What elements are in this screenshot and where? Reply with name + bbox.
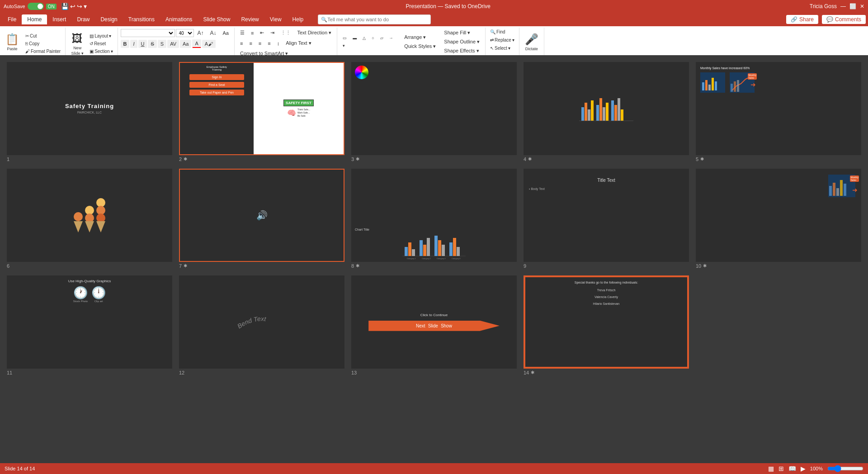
shape-more[interactable]: ▾ <box>340 42 348 49</box>
reading-view-btn[interactable]: 📖 <box>788 465 796 472</box>
slide-thumb-4[interactable] <box>524 62 689 155</box>
align-left-btn[interactable]: ≡ <box>237 39 245 47</box>
slide-item-3[interactable]: 3 ✱ <box>351 62 517 162</box>
shape-effects-btn[interactable]: Shape Effects ▾ <box>441 47 482 55</box>
reset-button[interactable]: ↺ Reset <box>88 40 114 47</box>
cut-button[interactable]: ✂ Cut <box>24 33 62 39</box>
slideshow-btn[interactable]: ▶ <box>801 465 806 472</box>
section-button[interactable]: ▣ Section ▾ <box>88 48 114 55</box>
shape-rect[interactable]: ▭ <box>340 34 349 42</box>
tab-slideshow[interactable]: Slide Show <box>198 14 236 24</box>
slide-item-4[interactable]: 4 ✱ <box>524 62 689 162</box>
new-slide-button[interactable]: 🖼 New Slide ▾ <box>68 30 86 57</box>
align-text-button[interactable]: Align Text ▾ <box>283 39 314 47</box>
slide-item-14[interactable]: Special thanks go to the following indiv… <box>524 275 689 375</box>
redo-icon[interactable]: ↪ <box>77 3 82 10</box>
tab-insert[interactable]: Insert <box>47 14 71 24</box>
font-color-button[interactable]: A <box>192 39 201 48</box>
slide-item-11[interactable]: Use High-Quality Graphics 🕐 Stock Photo … <box>7 275 172 375</box>
slide-thumb-3[interactable] <box>351 62 517 155</box>
slide-item-6[interactable]: 6 <box>7 169 172 269</box>
paste-button[interactable]: 📋 Paste <box>3 28 22 56</box>
minimize-btn[interactable]: — <box>840 3 846 9</box>
undo-icon[interactable]: ↩ <box>70 3 75 10</box>
tab-view[interactable]: View <box>264 14 287 24</box>
justify-btn[interactable]: ≡ <box>265 39 273 47</box>
font-name-select[interactable] <box>121 29 175 37</box>
slide-thumb-9[interactable]: Title Text • Body Text <box>524 169 689 262</box>
slide-thumb-14[interactable]: Special thanks go to the following indiv… <box>524 275 689 369</box>
strikethrough-button[interactable]: S <box>148 40 156 48</box>
dictate-button[interactable]: 🎤 Dictate <box>522 28 541 56</box>
tab-transitions[interactable]: Transitions <box>123 14 160 24</box>
share-button[interactable]: 🔗 Share <box>786 15 818 24</box>
decrease-font-btn[interactable]: A↓ <box>208 28 219 38</box>
shape-para[interactable]: ▱ <box>377 34 386 42</box>
slide-item-2[interactable]: Employee SafetyTraining Sign In Find a S… <box>179 62 344 162</box>
copy-button[interactable]: ⎘ Copy <box>24 40 62 47</box>
slide-item-8[interactable]: Chart Title <box>351 169 517 269</box>
italic-button[interactable]: I <box>130 40 137 48</box>
tab-file[interactable]: File <box>2 14 22 24</box>
shape-tri[interactable]: △ <box>360 34 368 42</box>
align-center-btn[interactable]: ≡ <box>246 39 255 47</box>
slide-thumb-8[interactable]: Chart Title <box>351 169 517 262</box>
columns-button[interactable]: ⋮⋮ <box>278 28 293 37</box>
decrease-indent-btn[interactable]: ⇤ <box>257 28 267 37</box>
slide-thumb-13[interactable]: Click to Continue Next Slide Show <box>351 275 517 369</box>
slide-sorter-btn[interactable]: ⊞ <box>778 465 784 472</box>
search-input[interactable] <box>327 17 418 22</box>
slide-item-7[interactable]: 🔊 7 ✱ <box>179 169 344 269</box>
autosave-toggle[interactable] <box>28 3 44 10</box>
font-size-btn2[interactable]: Aa <box>180 40 191 48</box>
next-slide-arrow[interactable]: Next Slide Show <box>368 321 500 331</box>
shape-outline-btn[interactable]: Shape Outline ▾ <box>441 38 482 46</box>
restore-btn[interactable]: ⬜ <box>849 3 856 9</box>
tab-draw[interactable]: Draw <box>71 14 95 24</box>
replace-button[interactable]: ⇄ Replace ▾ <box>488 37 516 43</box>
text-direction-button[interactable]: Text Direction ▾ <box>294 28 334 37</box>
font-size-select[interactable]: 40 <box>176 29 194 37</box>
highlight-button[interactable]: A🖌 <box>202 40 216 48</box>
slide-item-1[interactable]: Safety Training FAIRCHICK, LLC 1 <box>7 62 172 162</box>
bullets-button[interactable]: ☰ <box>237 28 247 37</box>
shape-rect2[interactable]: ▬ <box>350 34 359 42</box>
slide-item-13[interactable]: Click to Continue Next Slide Show 13 <box>351 275 517 375</box>
line-spacing-btn[interactable]: ↕ <box>274 39 283 47</box>
shape-fill-btn[interactable]: Shape Fill ▾ <box>441 28 482 37</box>
slide-thumb-2[interactable]: Employee SafetyTraining Sign In Find a S… <box>179 62 344 155</box>
find-button[interactable]: 🔍 Find <box>488 28 516 35</box>
tab-design[interactable]: Design <box>95 14 123 24</box>
slide-thumb-5[interactable]: Monthly Sales have increased 60% <box>696 62 861 155</box>
underline-button[interactable]: U <box>138 40 147 48</box>
slide-item-12[interactable]: Bend Text 12 <box>179 275 344 375</box>
slide-thumb-10[interactable]: MonthlySales ➜ <box>696 169 861 262</box>
char-spacing-button[interactable]: AV <box>167 40 179 48</box>
arrange-button[interactable]: Arrange ▾ <box>401 33 439 42</box>
shadow-button[interactable]: S <box>158 40 166 48</box>
close-btn[interactable]: ✕ <box>860 3 864 9</box>
tab-review[interactable]: Review <box>236 14 264 24</box>
slide-thumb-12[interactable]: Bend Text <box>179 275 344 369</box>
increase-font-btn[interactable]: A↑ <box>195 28 207 38</box>
slide-item-5[interactable]: Monthly Sales have increased 60% <box>696 62 861 162</box>
numbering-button[interactable]: ≡ <box>248 29 256 37</box>
slide-thumb-7[interactable]: 🔊 <box>179 169 344 262</box>
save-icon[interactable]: 💾 <box>61 3 69 10</box>
tab-home[interactable]: Home <box>22 14 47 24</box>
slide-item-10[interactable]: MonthlySales ➜ 10 ✱ <box>696 169 861 269</box>
increase-indent-btn[interactable]: ⇥ <box>268 28 277 37</box>
slide-thumb-11[interactable]: Use High-Quality Graphics 🕐 Stock Photo … <box>7 275 172 369</box>
bold-button[interactable]: B <box>121 40 130 48</box>
tab-help[interactable]: Help <box>287 14 309 24</box>
format-painter-button[interactable]: 🖌 Format Painter <box>24 48 62 55</box>
quick-styles-button[interactable]: Quick Styles ▾ <box>401 42 439 51</box>
align-right-btn[interactable]: ≡ <box>256 39 264 47</box>
layout-button[interactable]: ▤ Layout ▾ <box>88 33 114 39</box>
clear-format-btn[interactable]: Aa <box>220 29 231 37</box>
shape-arrow[interactable]: → <box>387 34 396 42</box>
comments-button[interactable]: 💬 Comments <box>822 15 866 24</box>
slide-item-9[interactable]: Title Text • Body Text 9 <box>524 169 689 269</box>
tab-animations[interactable]: Animations <box>160 14 198 24</box>
slide-thumb-6[interactable] <box>7 169 172 262</box>
